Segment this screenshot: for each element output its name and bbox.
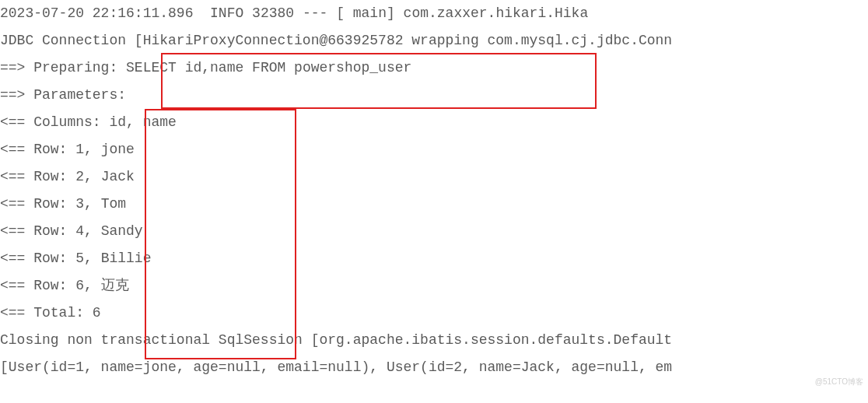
- log-line-parameters: ==> Parameters:: [0, 82, 868, 109]
- log-line-total: <== Total: 6: [0, 300, 868, 327]
- row-label: <== Row:: [0, 251, 67, 266]
- thread-name: [ main]: [336, 5, 395, 21]
- columns-label: <== Columns:: [0, 114, 101, 130]
- log-output: 2023-07-20 22:16:11.896 INFO 32380 --- […: [0, 0, 868, 381]
- row-value: 4, Sandy: [75, 223, 142, 239]
- log-line-jdbc: JDBC Connection [HikariProxyConnection@6…: [0, 27, 868, 54]
- columns-value: id, name: [109, 114, 176, 130]
- row-label: <== Row:: [0, 196, 67, 212]
- log-line-row: <== Row: 1, jone: [0, 136, 868, 163]
- log-line-row: <== Row: 5, Billie: [0, 245, 868, 272]
- timestamp: 2023-07-20 22:16:11.896: [0, 5, 193, 21]
- row-value: 2, Jack: [75, 169, 135, 184]
- row-label: <== Row:: [0, 278, 67, 293]
- row-value: 1, jone: [75, 142, 135, 157]
- total-value: 6: [93, 305, 101, 321]
- row-label: <== Row:: [0, 142, 67, 157]
- row-value: 3, Tom: [75, 196, 126, 212]
- preparing-label: ==> Preparing:: [0, 60, 117, 75]
- log-line-preparing: ==> Preparing: SELECT id,name FROM power…: [0, 54, 868, 82]
- total-label: <== Total:: [0, 305, 84, 321]
- row-value: 6, 迈克: [75, 278, 128, 293]
- log-line-user: [User(id=1, name=jone, age=null, email=n…: [0, 354, 868, 381]
- row-label: <== Row:: [0, 169, 67, 184]
- log-line-row: <== Row: 6, 迈克: [0, 272, 868, 300]
- watermark: @51CTO博客: [815, 374, 863, 390]
- log-line-row: <== Row: 4, Sandy: [0, 218, 868, 245]
- pid: 32380: [252, 5, 294, 21]
- parameters-label: ==> Parameters:: [0, 87, 126, 103]
- sql-statement: SELECT id,name FROM powershop_user: [126, 60, 411, 75]
- row-value: 5, Billie: [75, 251, 151, 266]
- log-line-timestamp: 2023-07-20 22:16:11.896 INFO 32380 --- […: [0, 0, 868, 27]
- log-level: INFO: [210, 5, 243, 21]
- log-line-row: <== Row: 2, Jack: [0, 163, 868, 191]
- row-label: <== Row:: [0, 223, 67, 239]
- log-line-closing: Closing non transactional SqlSession [or…: [0, 327, 868, 354]
- log-line-columns: <== Columns: id, name: [0, 109, 868, 136]
- separator: ---: [303, 5, 327, 21]
- log-line-row: <== Row: 3, Tom: [0, 191, 868, 218]
- logger-name: com.zaxxer.hikari.Hika: [404, 5, 589, 21]
